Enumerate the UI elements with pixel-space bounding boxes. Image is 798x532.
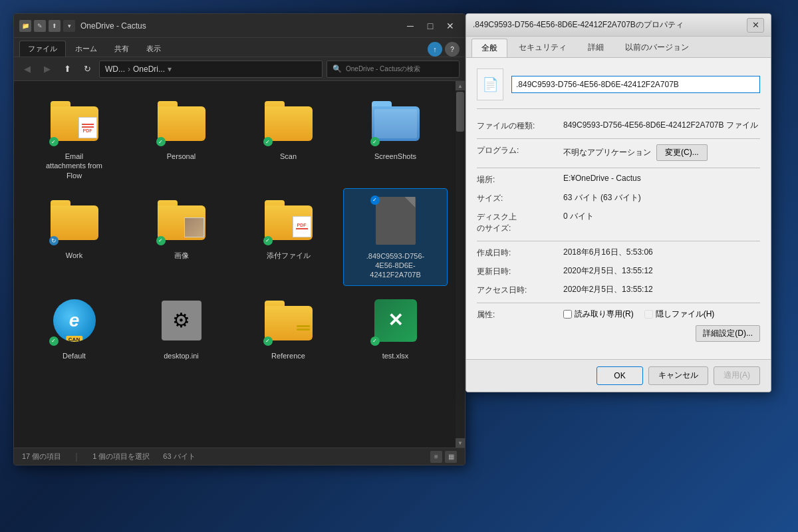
apply-button[interactable]: 適用(A): [714, 366, 760, 385]
status-selected: 1 個の項目を選択: [92, 452, 150, 462]
props-filename-input[interactable]: [511, 76, 760, 93]
advanced-settings-button[interactable]: 詳細設定(D)...: [696, 325, 760, 342]
onedrive-icon[interactable]: ↑: [428, 42, 442, 57]
folder-icon: [51, 200, 98, 240]
minimize-button[interactable]: ─: [401, 17, 420, 35]
folder-icon: PDF: [265, 200, 313, 240]
props-tab-previous[interactable]: 以前のバージョン: [615, 38, 699, 57]
readonly-checkbox[interactable]: [563, 310, 572, 319]
props-row-disksize: ディスク上のサイズ: 0 バイト: [477, 211, 760, 234]
folder-icon-wrap: PDF ✓: [262, 194, 315, 247]
quick-access-icon4[interactable]: ▾: [63, 20, 75, 32]
quick-access-icon2[interactable]: ✎: [34, 20, 46, 32]
label-created: 作成日時:: [477, 247, 563, 259]
label-accessed: アクセス日時:: [477, 284, 563, 296]
list-item[interactable]: ⚙ desktop.ini: [129, 289, 233, 366]
folder-body: [265, 106, 313, 141]
address-path[interactable]: WD... › OneDri... ▾: [99, 61, 323, 78]
label-location: 場所:: [477, 174, 563, 186]
ref-content: [295, 318, 311, 338]
status-size: 63 バイト: [163, 452, 195, 462]
edge-icon-wrap: e CAN ✓: [48, 294, 101, 347]
readonly-text: 読み取り専用(R): [575, 309, 634, 320]
quick-access-icon3[interactable]: ⬆: [49, 20, 61, 32]
scrollbar-thumb[interactable]: [456, 92, 464, 132]
program-inline: 不明なアプリケーション 変更(C)...: [563, 144, 708, 161]
hidden-checkbox[interactable]: [644, 310, 653, 319]
hidden-text: 隠しファイル(H): [656, 309, 715, 320]
folder-body: [372, 106, 420, 141]
list-item[interactable]: ✓ Personal: [129, 89, 233, 186]
quick-access-icon1[interactable]: 📁: [19, 20, 31, 32]
folder-body: [265, 306, 313, 340]
props-close-button[interactable]: ✕: [747, 18, 764, 33]
help-icon[interactable]: ?: [445, 42, 460, 57]
vertical-scrollbar[interactable]: ▲ ▼: [456, 81, 465, 448]
file-icon-symbol: 📄: [482, 76, 499, 92]
list-item[interactable]: ✕ ✓ test.xlsx: [343, 289, 448, 366]
list-item[interactable]: ✓ 画像: [129, 188, 233, 286]
file-label: Personal: [167, 152, 196, 161]
tab-file[interactable]: ファイル: [19, 41, 66, 57]
file-label: test.xlsx: [382, 351, 409, 360]
list-item[interactable]: ↻ Work: [22, 188, 126, 286]
back-button[interactable]: ◀: [19, 61, 35, 77]
list-item[interactable]: ✓ .849C9593-D756-4E56-8D6E-42412F2A707B: [343, 188, 448, 286]
folder-icon: [158, 200, 205, 240]
tab-share[interactable]: 共有: [106, 41, 137, 57]
list-item[interactable]: e CAN ✓ Default: [22, 289, 126, 366]
search-box[interactable]: 🔍 OneDrive - Cactusの検索: [327, 61, 460, 78]
hidden-label[interactable]: 隠しファイル(H): [644, 309, 715, 320]
change-program-button[interactable]: 変更(C)...: [656, 144, 708, 161]
attrs-row: 読み取り専用(R) 隠しファイル(H) 詳細設定(D)...: [563, 309, 760, 342]
divider-1: [477, 138, 760, 139]
file-label: desktop.ini: [164, 351, 199, 360]
close-button[interactable]: ✕: [441, 17, 460, 35]
divider-3: [477, 241, 760, 241]
sync-badge: ✓: [156, 236, 166, 245]
search-icon: 🔍: [332, 65, 342, 73]
props-row-size: サイズ: 63 バイト (63 バイト): [477, 192, 760, 204]
forward-button[interactable]: ▶: [39, 61, 55, 77]
pdf-line2: [296, 228, 308, 229]
scroll-down-arrow[interactable]: ▼: [456, 438, 465, 448]
props-tabs: 全般 セキュリティ 詳細 以前のバージョン: [466, 37, 771, 58]
props-tab-details[interactable]: 詳細: [578, 38, 614, 57]
up-button[interactable]: ⬆: [59, 61, 75, 77]
value-filetype: 849C9593-D756-4E56-8D6E-42412F2A707B ファイ…: [563, 120, 760, 131]
label-program: プログラム:: [477, 144, 563, 156]
readonly-label[interactable]: 読み取り専用(R): [563, 309, 634, 320]
folder-icon-wrap: ✓: [155, 194, 208, 247]
tab-view[interactable]: 表示: [138, 41, 169, 57]
scroll-up-arrow[interactable]: ▲: [456, 81, 465, 90]
grid-view-btn[interactable]: ▦: [445, 451, 457, 463]
refresh-button[interactable]: ↻: [79, 61, 95, 77]
list-item[interactable]: ✓ ScreenShots: [343, 89, 448, 186]
excel-x: ✕: [388, 309, 403, 331]
scrollbar-track[interactable]: [456, 90, 465, 438]
props-row-attributes: 属性: 読み取り専用(R) 隠しファイル(H) 詳細設定(D)...: [477, 309, 760, 342]
maximize-button[interactable]: □: [421, 17, 440, 35]
ok-button[interactable]: OK: [597, 366, 643, 385]
list-item[interactable]: PDF ✓ 添付ファイル: [236, 188, 340, 286]
value-created: 2018年6月16日、5:53:06: [563, 247, 760, 258]
props-row-filetype: ファイルの種類: 849C9593-D756-4E56-8D6E-42412F2…: [477, 120, 760, 132]
excel-icon: ✕: [374, 299, 417, 342]
pdf-in-folder: PDF: [293, 216, 311, 237]
list-view-btn[interactable]: ≡: [430, 451, 442, 463]
list-item[interactable]: PDF ✓ Email attachments from Flow: [22, 89, 126, 186]
props-tab-security[interactable]: セキュリティ: [509, 38, 577, 57]
file-label: 画像: [174, 251, 189, 260]
props-tab-general[interactable]: 全般: [471, 39, 507, 57]
list-item[interactable]: ✓ Reference: [236, 289, 340, 366]
img-thumbnail: [184, 217, 204, 237]
tab-home[interactable]: ホーム: [67, 41, 105, 57]
ref-line: [297, 329, 310, 331]
list-item[interactable]: ✓ Scan: [236, 89, 340, 186]
search-placeholder: OneDrive - Cactusの検索: [346, 65, 420, 74]
sync-badge: ✓: [370, 137, 380, 146]
cancel-button[interactable]: キャンセル: [648, 366, 708, 385]
props-row-accessed: アクセス日時: 2020年2月5日、13:55:12: [477, 284, 760, 296]
sync-badge: ✓: [263, 236, 273, 245]
file-icon-wrap: ✓: [369, 194, 422, 247]
